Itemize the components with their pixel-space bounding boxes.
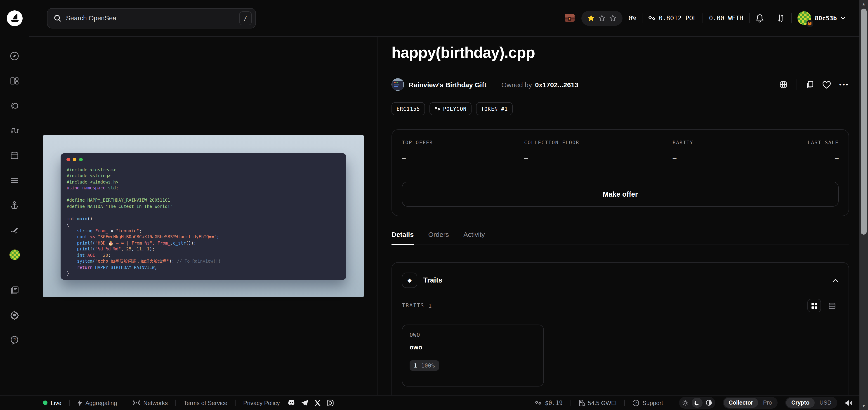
telegram-icon[interactable] (301, 400, 308, 406)
divider (494, 79, 494, 90)
svg-text:?: ? (635, 401, 637, 405)
pro-mode-button[interactable]: Pro (758, 398, 777, 408)
badge-row: ERC1155 POLYGON TOKEN #1 (392, 102, 849, 115)
divider (570, 399, 571, 406)
help-icon: ? (9, 335, 20, 345)
tab-orders[interactable]: Orders (428, 230, 449, 245)
traits-header[interactable]: ◆ Traits (402, 273, 839, 288)
grid-view-button[interactable] (807, 299, 821, 312)
gas-price[interactable]: 54.5 GWEI (579, 399, 617, 406)
pol-price[interactable]: $0.19 (535, 399, 563, 406)
window-traffic-dots (66, 158, 83, 161)
star-outline-icon (598, 14, 606, 22)
scroll-down-arrow[interactable]: ▼ (860, 403, 868, 409)
more-options-icon[interactable]: ••• (839, 82, 849, 87)
weth-balance[interactable]: 0.00 WETH (709, 14, 743, 22)
copy-icon[interactable] (806, 80, 814, 89)
grid-icon (811, 302, 817, 309)
sidebar-item-swap[interactable] (9, 125, 20, 136)
heart-icon[interactable] (822, 80, 831, 89)
owner-address-link[interactable]: 0x1702...2613 (535, 81, 579, 88)
sidebar-item-news[interactable] (9, 285, 20, 296)
metamask-fox-icon (807, 21, 812, 26)
star-filled-icon (587, 14, 595, 22)
collection-thumbnail (392, 78, 404, 91)
search-input[interactable] (66, 14, 239, 22)
broadcast-icon (133, 400, 140, 406)
collector-mode-button[interactable]: Collector (723, 398, 758, 408)
collection-avatar[interactable] (392, 78, 404, 91)
usd-currency-button[interactable]: USD (814, 398, 836, 408)
tab-details[interactable]: Details (392, 230, 414, 245)
sidebar-item-create[interactable] (9, 225, 20, 235)
polygon-icon (434, 106, 440, 111)
sidebar-item-anchor[interactable] (9, 200, 20, 211)
moon-icon (694, 400, 700, 406)
rating-stars[interactable] (581, 11, 622, 26)
sun-icon (682, 400, 688, 406)
wallet-menu[interactable]: 80c53b (798, 11, 846, 25)
traits-diamond-icon: ◆ (402, 273, 417, 288)
scrollbar-thumb[interactable] (861, 8, 867, 234)
sidebar-item-tokens[interactable] (9, 100, 20, 111)
search-shortcut-key: / (239, 11, 252, 25)
opensea-logo[interactable] (0, 0, 29, 37)
wallet-name: 80c53b (815, 14, 837, 22)
chevron-up-icon[interactable] (832, 278, 839, 282)
search-bar[interactable]: / (47, 8, 256, 28)
sidebar-item-collections[interactable] (9, 75, 20, 86)
page-title: happy(birthday).cpp (392, 42, 849, 63)
trait-card[interactable]: QWQ owo 1 100% — (402, 324, 544, 386)
sidebar-item-list[interactable] (9, 175, 20, 186)
rating-percent: 0% (628, 14, 636, 22)
loot-chest-icon[interactable] (564, 13, 576, 24)
terms-link[interactable]: Terms of Service (184, 399, 227, 406)
speaker-icon[interactable] (845, 399, 852, 406)
sidebar-item-explore[interactable] (9, 51, 20, 61)
traits-subheader: TRAITS 1 (402, 299, 839, 312)
make-offer-button[interactable]: Make offer (402, 182, 839, 207)
badge-chain: POLYGON (430, 102, 471, 115)
crypto-currency-button[interactable]: Crypto (786, 398, 815, 408)
system-theme-button[interactable] (703, 398, 714, 408)
page-scrollbar[interactable]: ▲ ▼ (860, 0, 868, 410)
globe-icon[interactable] (779, 80, 788, 89)
metamask-badge (807, 20, 813, 27)
trait-type: QWQ (410, 332, 536, 338)
stat-top-offer: TOP OFFER — (402, 140, 524, 162)
tab-activity[interactable]: Activity (463, 230, 485, 245)
news-icon (9, 285, 20, 295)
sidebar-item-calendar[interactable] (9, 150, 20, 161)
gas-pump-icon (579, 399, 585, 406)
pol-balance[interactable]: 0.8012 POL (648, 14, 697, 22)
list-view-button[interactable] (825, 299, 839, 312)
light-theme-button[interactable] (680, 398, 690, 408)
collection-name-link[interactable]: Rainview's Birthday Gift (409, 81, 487, 88)
traits-count-label: TRAITS (402, 303, 424, 309)
networks-status[interactable]: Networks (133, 399, 168, 406)
stat-last-sale: LAST SALE — (777, 140, 838, 162)
divider (770, 13, 770, 23)
sidebar-item-help[interactable]: ? (9, 335, 20, 345)
scroll-up-arrow[interactable]: ▲ (860, 1, 868, 7)
dark-theme-button[interactable] (691, 398, 702, 408)
compare-button[interactable] (776, 13, 785, 23)
calendar-icon (9, 151, 20, 160)
sidebar-item-settings[interactable] (9, 310, 20, 320)
tab-bar: Details Orders Activity (392, 230, 849, 245)
traits-panel: ◆ Traits TRAITS 1 (392, 262, 849, 395)
sidebar-item-profile-avatar[interactable] (9, 250, 20, 260)
notifications-button[interactable] (755, 13, 764, 23)
divider (402, 173, 839, 173)
compass-icon (9, 51, 20, 61)
privacy-link[interactable]: Privacy Policy (243, 399, 280, 406)
nft-artwork[interactable]: #include <iostream>#include <string>#inc… (43, 135, 364, 297)
x-twitter-icon[interactable] (314, 399, 321, 406)
coin-rings-icon (9, 101, 20, 111)
discord-icon[interactable] (287, 400, 295, 406)
instagram-icon[interactable] (327, 399, 334, 406)
svg-text:?: ? (13, 337, 16, 342)
divider (125, 399, 125, 406)
support-link[interactable]: ? Support (632, 399, 663, 406)
theme-toggle (679, 397, 715, 409)
